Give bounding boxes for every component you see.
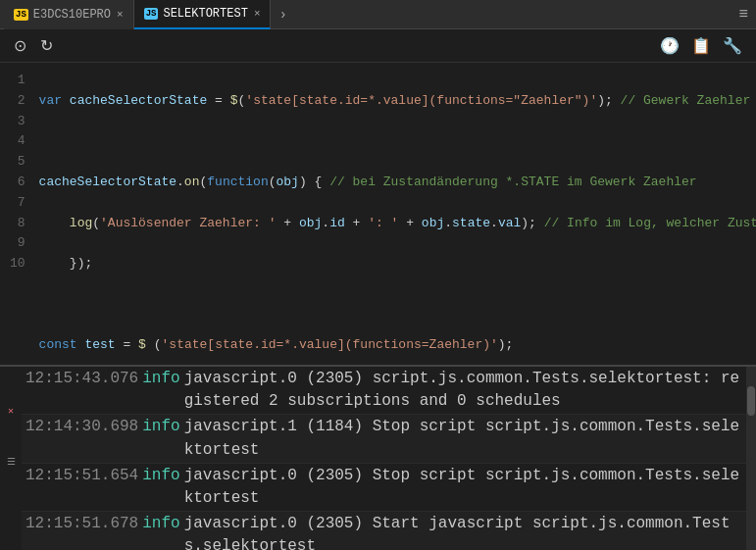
tab-bar: JS E3DCS10EPRO × JS SELEKTORTEST × › ≡ bbox=[0, 0, 756, 29]
settings-button[interactable]: 🔧 bbox=[719, 34, 746, 57]
log-row-0[interactable]: 12:15:43.076 info javascript.0 (2305) sc… bbox=[22, 367, 746, 415]
log-scrollbar-thumb[interactable] bbox=[747, 386, 755, 416]
code-editor: 1 2 3 4 5 6 7 8 9 10 var cacheSelectorSt… bbox=[0, 63, 756, 367]
tab-arrow-icon[interactable]: › bbox=[271, 7, 294, 23]
gutter-icon-7 bbox=[4, 488, 18, 506]
gutter-icon-8 bbox=[4, 505, 18, 523]
tab-js-icon-2: JS bbox=[144, 8, 159, 20]
log-row-1[interactable]: 12:14:30.698 info javascript.1 (1184) St… bbox=[22, 415, 746, 463]
log-level-1: info bbox=[142, 416, 183, 438]
menu-icon[interactable]: ≡ bbox=[738, 6, 756, 24]
toolbar: ⊙ ↻ 🕐 📋 🔧 bbox=[0, 29, 756, 63]
log-text-2: javascript.0 (2305) Stop script script.j… bbox=[184, 465, 746, 510]
gutter-icon-6 bbox=[4, 471, 18, 488]
log-area: ✕ ☰ 12:15:43.076 info javascript.0 (2305… bbox=[0, 367, 756, 550]
code-text[interactable]: var cacheSelectorState = $('state[state.… bbox=[35, 63, 756, 365]
gutter-icon-5[interactable]: ☰ bbox=[4, 454, 18, 472]
tab-label-1: E3DCS10EPRO bbox=[33, 8, 111, 22]
tab-close-1[interactable]: × bbox=[117, 9, 124, 21]
log-text-0: javascript.0 (2305) script.js.common.Tes… bbox=[184, 368, 746, 413]
log-time-2: 12:15:51.654 bbox=[22, 465, 142, 487]
tab-label-2: SELEKTORTEST bbox=[163, 7, 247, 21]
gutter-icon-3 bbox=[4, 420, 18, 437]
log-text-1: javascript.1 (1184) Stop script script.j… bbox=[184, 416, 746, 461]
tab-e3dcs[interactable]: JS E3DCS10EPRO × bbox=[4, 0, 134, 29]
log-scrollbar[interactable] bbox=[746, 367, 756, 550]
gutter-icon-0 bbox=[4, 368, 18, 385]
log-rows: 12:15:43.076 info javascript.0 (2305) sc… bbox=[22, 367, 746, 550]
tab-close-2[interactable]: × bbox=[254, 8, 261, 20]
gutter-icon-1 bbox=[4, 385, 18, 403]
log-gutter: ✕ ☰ bbox=[0, 367, 22, 550]
gutter-icon-9 bbox=[4, 523, 18, 540]
log-row-3[interactable]: 12:15:51.678 info javascript.0 (2305) St… bbox=[22, 512, 746, 550]
log-text-3: javascript.0 (2305) Start javascript scr… bbox=[184, 513, 746, 550]
log-time-0: 12:15:43.076 bbox=[22, 368, 142, 390]
log-level-2: info bbox=[142, 465, 183, 487]
log-time-1: 12:14:30.698 bbox=[22, 416, 142, 438]
log-time-3: 12:15:51.678 bbox=[22, 513, 142, 535]
gutter-icon-4 bbox=[4, 436, 18, 454]
history-button[interactable]: 🕐 bbox=[656, 34, 683, 57]
tab-js-icon-1: JS bbox=[14, 9, 28, 21]
gutter-icon-10 bbox=[4, 539, 18, 550]
log-row-2[interactable]: 12:15:51.654 info javascript.0 (2305) St… bbox=[22, 464, 746, 512]
tab-selektortest[interactable]: JS SELEKTORTEST × bbox=[134, 0, 272, 29]
target-button[interactable]: ⊙ bbox=[10, 34, 30, 57]
refresh-button[interactable]: ↻ bbox=[36, 34, 57, 57]
copy-button[interactable]: 📋 bbox=[687, 34, 715, 57]
gutter-icon-2[interactable]: ✕ bbox=[4, 402, 18, 420]
log-level-0: info bbox=[142, 368, 183, 390]
line-numbers: 1 2 3 4 5 6 7 8 9 10 bbox=[0, 63, 35, 365]
log-level-3: info bbox=[142, 513, 183, 535]
